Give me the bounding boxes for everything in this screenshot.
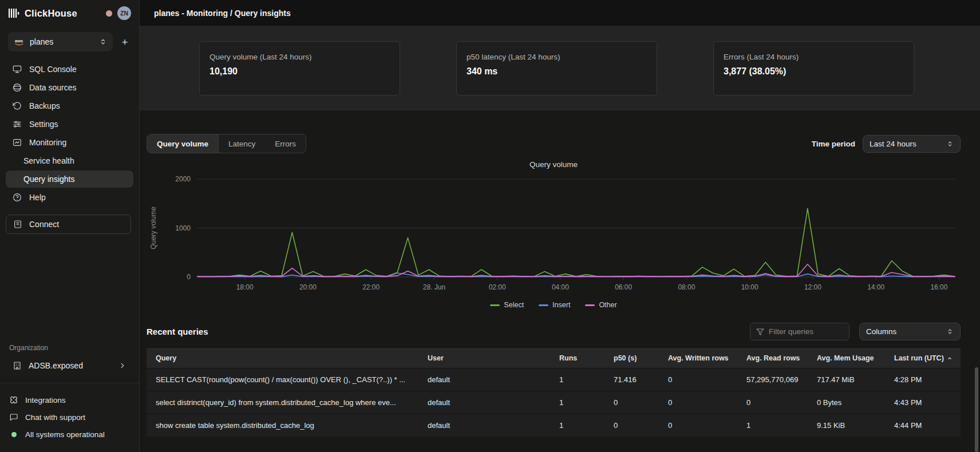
filter-queries-input[interactable] <box>769 327 837 336</box>
sidebar-item-sql-console[interactable]: SQL Console <box>6 61 133 78</box>
sidebar-nav: SQL Console Data sources Backups Setting… <box>6 61 133 207</box>
cell-avg-mem: 9.15 KiB <box>810 421 887 430</box>
chat-support-link[interactable]: Chat with support <box>9 409 131 426</box>
cell-runs: 1 <box>552 421 607 430</box>
cell-avg-read: 1 <box>740 421 810 430</box>
sidebar-item-backups[interactable]: Backups <box>6 97 133 114</box>
column-header-user[interactable]: User <box>421 354 552 362</box>
table-row[interactable]: show create table system.distributed_cac… <box>147 414 961 437</box>
help-circle-icon <box>13 193 22 202</box>
column-header-query[interactable]: Query <box>147 354 421 362</box>
sidebar-item-label: Query insights <box>23 175 74 184</box>
svg-text:10:00: 10:00 <box>741 283 758 291</box>
stat-label: Errors (Last 24 hours) <box>724 53 904 61</box>
table-header-row: Query User Runs p50 (s) Avg. Written row… <box>147 348 961 368</box>
sort-ascending-caret-icon <box>947 355 953 361</box>
time-period-select[interactable]: Last 24 hours <box>863 135 961 153</box>
stat-value: 10,190 <box>210 66 390 77</box>
stat-label: p50 latency (Last 24 hours) <box>467 53 647 61</box>
sidebar-item-query-insights[interactable]: Query insights <box>6 171 133 188</box>
svg-text:0: 0 <box>187 273 191 281</box>
integrations-link[interactable]: Integrations <box>9 391 131 409</box>
legend-swatch-select <box>490 304 500 306</box>
legend-label: Select <box>504 301 524 309</box>
aws-icon: aws <box>14 38 25 46</box>
column-header-avg-mem-usage[interactable]: Avg. Mem Usage <box>810 354 887 362</box>
cell-p50: 71.416 <box>607 375 661 384</box>
building-icon <box>13 361 22 370</box>
tab-latency[interactable]: Latency <box>219 134 265 153</box>
tab-errors[interactable]: Errors <box>265 134 306 153</box>
cell-last-run: 4:28 PM <box>887 375 961 384</box>
add-service-button[interactable]: + <box>118 37 131 47</box>
stat-card-errors: Errors (Last 24 hours) 3,877 (38.05%) <box>713 41 914 96</box>
cell-p50: 0 <box>607 421 661 430</box>
system-status[interactable]: All systems operational <box>9 426 131 443</box>
query-volume-chart[interactable]: 01000200018:0020:0022:0028. Jun02:0004:0… <box>147 170 961 298</box>
table-row[interactable]: select distrinct(query_id) from system.d… <box>147 391 961 414</box>
page-scrollbar-thumb[interactable] <box>975 367 978 452</box>
svg-text:08:00: 08:00 <box>678 283 695 291</box>
svg-text:1000: 1000 <box>175 224 191 232</box>
chat-bubble-icon <box>9 413 18 422</box>
sidebar-item-label: Monitoring <box>29 138 66 147</box>
svg-text:22:00: 22:00 <box>362 283 380 291</box>
svg-text:aws: aws <box>15 38 23 43</box>
sidebar: ClickHouse ZN aws planes + SQL Console <box>0 0 140 452</box>
restore-clock-icon <box>13 101 22 110</box>
tab-query-volume[interactable]: Query volume <box>147 134 219 153</box>
legend-item-insert[interactable]: Insert <box>539 301 570 309</box>
cell-query: show create table system.distributed_cac… <box>147 421 421 430</box>
sidebar-item-label: SQL Console <box>29 65 77 74</box>
sidebar-item-data-sources[interactable]: Data sources <box>6 79 133 96</box>
cell-avg-read: 0 <box>740 398 810 407</box>
sidebar-item-settings[interactable]: Settings <box>6 116 133 133</box>
recent-queries-header: Recent queries Columns <box>147 323 961 340</box>
sidebar-item-monitoring[interactable]: Monitoring <box>6 134 133 151</box>
columns-select-label: Columns <box>866 327 942 336</box>
chevron-up-down-icon <box>946 328 954 335</box>
cell-runs: 1 <box>552 398 607 407</box>
recent-queries-table: Query User Runs p50 (s) Avg. Written row… <box>147 348 961 437</box>
cell-p50: 0 <box>607 398 661 407</box>
column-header-p50[interactable]: p50 (s) <box>607 354 661 362</box>
workspace-selector[interactable]: aws planes <box>8 32 113 51</box>
svg-text:12:00: 12:00 <box>804 283 821 291</box>
cell-query: select distrinct(query_id) from system.d… <box>147 398 421 407</box>
notification-dot[interactable] <box>106 10 112 17</box>
legend-item-select[interactable]: Select <box>490 301 524 309</box>
legend-item-other[interactable]: Other <box>585 301 617 309</box>
sidebar-item-service-health[interactable]: Service health <box>6 152 133 169</box>
integrations-clover-icon <box>9 395 18 405</box>
page-title: planes - Monitoring / Query insights <box>154 9 291 18</box>
content: Query volume Latency Errors Time period … <box>140 110 980 437</box>
chart-container: 01000200018:0020:0022:0028. Jun02:0004:0… <box>147 170 961 300</box>
table-row[interactable]: SELECT CAST(round(pow(count() / max(coun… <box>147 368 961 391</box>
cell-query: SELECT CAST(round(pow(count() / max(coun… <box>147 375 421 384</box>
filter-queries-box[interactable] <box>750 323 849 340</box>
organization-section-label: Organization <box>0 344 139 352</box>
status-label: All systems operational <box>25 430 105 439</box>
column-header-last-run[interactable]: Last run (UTC) <box>887 354 961 362</box>
svg-text:16:00: 16:00 <box>930 283 947 291</box>
organization-item[interactable]: ADSB.exposed <box>6 356 133 375</box>
time-period-control: Time period Last 24 hours <box>812 135 961 153</box>
chart-legend: Select Insert Other <box>147 301 961 309</box>
avatar[interactable]: ZN <box>117 6 131 20</box>
svg-text:04:00: 04:00 <box>552 283 569 291</box>
filter-funnel-icon <box>756 328 764 336</box>
chevron-up-down-icon <box>946 140 954 148</box>
sidebar-item-help[interactable]: Help <box>6 189 133 206</box>
recent-queries-title: Recent queries <box>147 327 208 336</box>
globe-icon <box>13 83 22 92</box>
columns-select[interactable]: Columns <box>859 323 961 340</box>
time-period-label: Time period <box>812 140 855 148</box>
status-ok-dot <box>11 432 17 437</box>
cell-avg-mem: 717.47 MiB <box>810 375 887 384</box>
column-header-runs[interactable]: Runs <box>552 354 607 362</box>
column-header-avg-written-rows[interactable]: Avg. Written rows <box>661 354 740 362</box>
connect-button[interactable]: Connect <box>6 215 131 234</box>
cell-last-run: 4:43 PM <box>887 398 961 407</box>
page-header: planes - Monitoring / Query insights <box>140 0 980 26</box>
column-header-avg-read-rows[interactable]: Avg. Read rows <box>740 354 810 362</box>
